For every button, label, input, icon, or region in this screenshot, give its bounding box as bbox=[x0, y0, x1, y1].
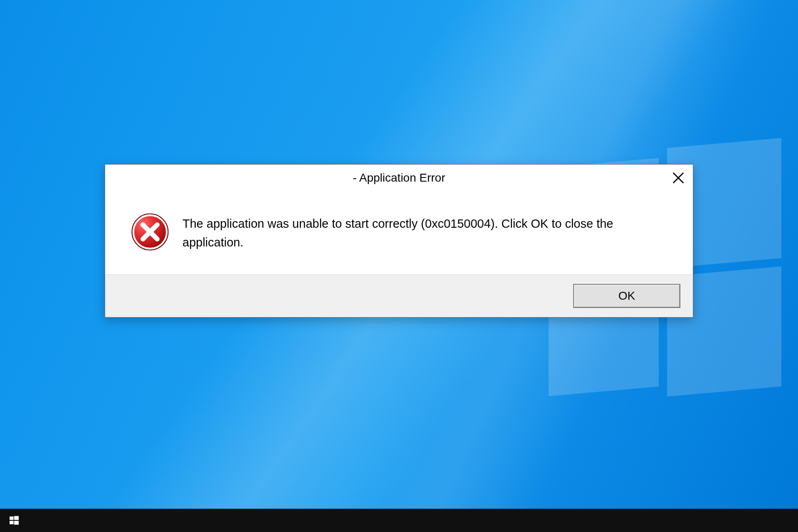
error-dialog: - Application Error bbox=[105, 164, 693, 318]
windows-start-icon bbox=[10, 516, 19, 525]
close-button[interactable] bbox=[664, 165, 693, 191]
error-icon bbox=[130, 212, 170, 252]
dialog-title: - Application Error bbox=[353, 171, 446, 185]
dialog-footer: OK bbox=[105, 274, 693, 317]
dialog-message: The application was unable to start corr… bbox=[182, 212, 668, 252]
dialog-body: The application was unable to start corr… bbox=[105, 191, 693, 274]
ok-button[interactable]: OK bbox=[573, 284, 680, 308]
dialog-titlebar[interactable]: - Application Error bbox=[105, 165, 693, 191]
start-button[interactable] bbox=[2, 509, 27, 532]
taskbar[interactable] bbox=[0, 509, 798, 532]
desktop-background: - Application Error bbox=[0, 0, 798, 509]
svg-rect-7 bbox=[14, 516, 19, 520]
svg-rect-6 bbox=[10, 517, 14, 520]
svg-rect-9 bbox=[14, 521, 19, 525]
close-icon bbox=[672, 172, 684, 184]
svg-rect-8 bbox=[10, 521, 14, 524]
